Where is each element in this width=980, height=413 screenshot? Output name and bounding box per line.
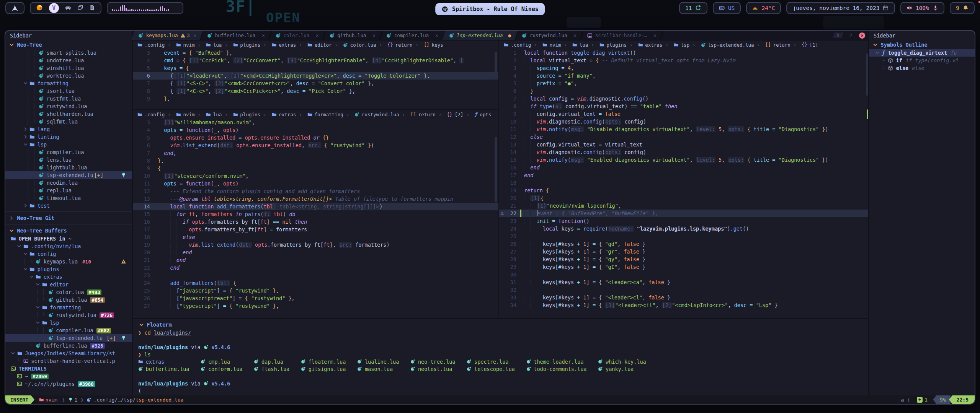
tab-close-button[interactable]: ×: [316, 33, 319, 38]
weather-widget[interactable]: 24°C: [746, 2, 781, 14]
listing-entry[interactable]: which-key.lua: [598, 358, 646, 365]
symbol-item[interactable]: ƒ toggle_diag_virtext fu: [869, 49, 975, 57]
listing-entry[interactable]: theme-loader.lua: [526, 358, 587, 365]
tree-item[interactable]: │ └ timeout.lua: [5, 194, 132, 202]
code-line[interactable]: 9 config.virtual_text = false: [499, 110, 870, 118]
tree-item[interactable]: │ │ compiler.lua: [5, 148, 132, 156]
breadcrumb-item[interactable]: ƒ opts: [463, 112, 491, 117]
code-line[interactable]: 22 end: [133, 264, 498, 272]
listing-entry[interactable]: mason.lua: [357, 365, 399, 372]
code-line[interactable]: 3 event = { "BufRead" },: [133, 49, 498, 57]
tree-item[interactable]: │ │ rustfmt.lua: [5, 95, 132, 102]
breadcrumb-item[interactable]: {} [2]: [436, 112, 464, 117]
tab-close-button[interactable]: ×: [372, 33, 376, 38]
code-line[interactable]: 6 }: [499, 87, 870, 95]
code-line[interactable]: 16 end: [499, 164, 870, 171]
buffer-tree-item[interactable]: OPEN BUFFERS in ~: [5, 235, 132, 242]
tab-close-button[interactable]: ×: [435, 33, 438, 38]
buffer-tab[interactable]: keymaps.lua 3 ×: [133, 31, 202, 40]
breadcrumb-item[interactable]: [] return: [399, 112, 436, 117]
breadcrumb-item[interactable]: extras: [260, 42, 296, 48]
code-line[interactable]: 17 end: [499, 171, 870, 179]
updates-widget[interactable]: 11: [679, 2, 707, 14]
buffer-tree-item[interactable]: │ │ color.lua #493: [5, 288, 132, 296]
tree-item[interactable]: │ └ worktree.lua: [5, 72, 132, 80]
terminal-output[interactable]: ❯ cd lua/plugins/ nvim/lua/plugins via v…: [135, 329, 868, 358]
buffer-tab[interactable]: lsp-extended.lua ●: [444, 31, 517, 40]
code-line[interactable]: 22 event = { "BufReadPre", "BufNewFile" …: [499, 210, 870, 217]
listing-entry[interactable]: gitsigns.lua: [301, 365, 346, 372]
code-line[interactable]: 9 {: [133, 164, 498, 172]
code-line[interactable]: 21 [1]"neovim/nvim-lspconfig",: [499, 202, 870, 210]
tree-item[interactable]: │ │ undotree.lua: [5, 57, 132, 64]
code-line[interactable]: 27 ["typescript"] = { "rustywind" },: [133, 302, 498, 310]
code-line[interactable]: 21 end: [133, 256, 498, 264]
tree-item[interactable]: lsp: [5, 141, 132, 148]
close-all-button[interactable]: ×: [859, 33, 865, 39]
listing-entry[interactable]: spectre.lua: [467, 358, 514, 365]
breadcrumb-item[interactable]: color.lua: [332, 42, 376, 48]
code-line[interactable]: 1 local function toggle_diag_virtext(): [499, 49, 870, 57]
code-line[interactable]: 11 vim.notify(msg: "Disable diagnostics …: [499, 125, 870, 133]
listing-entry[interactable]: conform.lua: [201, 365, 242, 372]
listing-entry[interactable]: bufferline.lua: [138, 365, 189, 372]
code-line[interactable]: 8 if type(v: config.virtual_text) == "ta…: [499, 102, 870, 110]
buffer-tree-item[interactable]: extras: [5, 273, 132, 281]
code-line[interactable]: 30: [499, 271, 870, 278]
audio-visualizer[interactable]: [107, 2, 183, 14]
code-line[interactable]: 7 { [1]"<S-C>", [2]"<cmd>CccConvert<cr>"…: [133, 80, 498, 87]
breadcrumb-item[interactable]: {} return: [376, 42, 412, 48]
tree-item[interactable]: │ │ lsp-extended.lu [+]: [5, 171, 132, 179]
symbols-outline-header[interactable]: Symbols Outline: [869, 41, 975, 49]
code-line[interactable]: 10 vim.diagnostic.config(opts: config): [499, 118, 870, 125]
scrollbar[interactable]: [495, 52, 497, 79]
code-line[interactable]: 32: [499, 286, 870, 294]
code-line[interactable]: 24 local keys = require(modname: "lazyvi…: [499, 225, 870, 233]
buffer-tree-item[interactable]: ~/.c/n/l/plugins #3980: [5, 380, 132, 388]
listing-entry[interactable]: yanky.lua: [598, 365, 646, 372]
listing-entry[interactable]: todo-comments.lua: [526, 365, 587, 372]
tree-item[interactable]: │ │ smart-splits.lua: [5, 49, 132, 57]
code-line[interactable]: 5 prefix = "●",: [499, 80, 870, 87]
code-line[interactable]: 15 for ft, formatters in pairs(t: tbl) d…: [133, 210, 498, 218]
buffer-tree-item[interactable]: │ │ compiler.lua #682: [5, 327, 132, 334]
code-line[interactable]: 31 keys[#keys + 1] = { "<leader>ca", fal…: [499, 278, 870, 286]
launcher-button[interactable]: [5, 2, 24, 14]
breadcrumb-item[interactable]: nvim: [165, 42, 194, 48]
listing-entry[interactable]: neotest.lua: [410, 365, 455, 372]
listing-entry[interactable]: lualine.lua: [357, 358, 399, 365]
buffer-tree-item[interactable]: └ bufferline.lua #328: [5, 342, 132, 350]
tree-item[interactable]: │ │ isort.lua: [5, 87, 132, 95]
breadcrumb-item[interactable]: .config: [137, 112, 165, 117]
code-line[interactable]: 14 vim.diagnostic.config(opts: config): [499, 148, 870, 156]
code-line[interactable]: 13 config.virtual_text = virtual_text: [499, 141, 870, 148]
tree-item[interactable]: │ └ sqlfmt.lua: [5, 118, 132, 125]
breadcrumb-item[interactable]: [] return: [754, 42, 791, 48]
code-line[interactable]: 19 return {: [499, 187, 870, 194]
buffer-tree-item[interactable]: lsp: [5, 319, 132, 327]
breadcrumb-item[interactable]: rustywind.lua: [343, 112, 399, 117]
buffer-tree-item[interactable]: │ └ keymaps.lua #10: [5, 258, 132, 265]
tree-item[interactable]: │ │ lightbulb.lua: [5, 164, 132, 171]
code-line[interactable]: 25: [499, 233, 870, 240]
tree-item[interactable]: │ │ rustywind.lua: [5, 102, 132, 110]
tab-close-button[interactable]: ×: [653, 33, 657, 38]
code-line[interactable]: 16 if opts.formatters_by_ft[ft] == nil t…: [133, 218, 498, 226]
buffer-tree-item[interactable]: ~ #2859: [5, 372, 132, 380]
code-line[interactable]: 3 [1]"williamboman/mason.nvim",: [133, 119, 498, 126]
breadcrumb-item[interactable]: editor: [296, 42, 332, 48]
code-line[interactable]: 10 [1]"stevearc/conform.nvim",: [133, 172, 498, 180]
code-line[interactable]: 20 end: [133, 249, 498, 256]
floaterm-header[interactable]: Floaterm: [135, 320, 868, 329]
buffer-tree-item[interactable]: │ └ rustywind.lua #726: [5, 311, 132, 319]
code-line[interactable]: 26 ["javascriptreact"] = { "rustywind" }…: [133, 294, 498, 302]
code-line[interactable]: 7 local config = vim.diagnostic.config(): [499, 95, 870, 102]
symbol-item[interactable]: ├ if if type(config.vi: [869, 57, 975, 64]
buffer-tree-item[interactable]: Juegos/Indies/SteamLibrary/st: [5, 350, 132, 357]
tree-item[interactable]: │ │ neodim.lua: [5, 179, 132, 187]
neotree-section-header[interactable]: Neo-Tree: [5, 41, 132, 49]
listing-entry[interactable]: neo-tree.lua: [410, 358, 455, 365]
code-line[interactable]: 28 keys[#keys + 1] = { "gy", false }: [499, 255, 870, 263]
breadcrumb-item[interactable]: lsp: [662, 42, 689, 48]
buffer-tab[interactable]: rustywind.lua ×: [516, 31, 582, 40]
